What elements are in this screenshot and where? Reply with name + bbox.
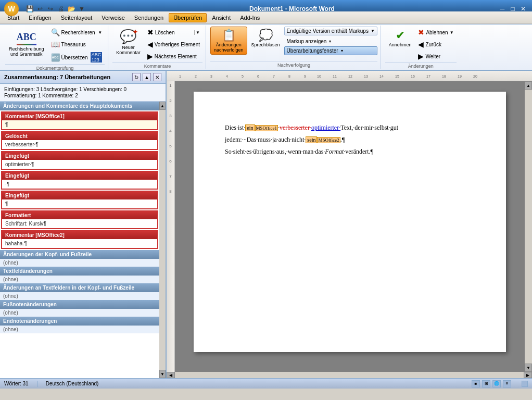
hscroll-right[interactable]: ▶ <box>524 372 532 378</box>
aenderungen-nachverfolgen-button[interactable]: 📋 Änderungennachverfolgen <box>210 27 247 55</box>
spellcheck-icon: ABC <box>17 29 36 45</box>
spellcheck-button[interactable]: ABC Rechtschreibungund Grammatik <box>5 27 48 59</box>
view-layout-button[interactable]: ⊞ <box>482 380 490 388</box>
view-normal-button[interactable]: ■ <box>472 380 480 388</box>
kommentar2-header[interactable]: Kommentar [MSOffice2] <box>2 231 157 239</box>
qa-dropdown[interactable]: ▼ <box>77 4 86 14</box>
svg-text:9: 9 <box>304 74 306 78</box>
doc-page[interactable]: Dies·ist·einMSOffice1·verbesserter·optim… <box>194 92 506 352</box>
recherchieren-button[interactable]: 🔍 Recherchieren ▼ <box>48 27 105 38</box>
markup-anzeigen-button[interactable]: Markup anzeigen ▾ <box>284 37 377 46</box>
vorheriges-button[interactable]: ◀ Vorheriges Element <box>145 39 202 50</box>
ribbon-group-dokumentpruefung: ABC Rechtschreibungund Grammatik 🔍 Reche… <box>2 26 108 69</box>
minimize-button[interactable]: ─ <box>498 4 507 14</box>
save-button[interactable]: 💾 <box>25 4 34 14</box>
review-panel-actions: ↻ ▲ ✕ <box>132 73 161 81</box>
recherchieren-menu[interactable]: ▼ <box>98 30 102 35</box>
annehmen-icon: ✔ <box>396 29 405 42</box>
eingefuegt3-body: ¶ <box>2 199 157 208</box>
doc-scroll-up[interactable]: ▲ <box>525 81 532 90</box>
scroll-down[interactable]: ▼ <box>159 370 166 378</box>
thesaurus-button[interactable]: 📖 Thesaurus <box>48 39 105 50</box>
doc-hscrollbar[interactable]: ◀ ▶ <box>167 372 532 378</box>
panel-close-button[interactable]: ✕ <box>153 73 161 81</box>
kommentar1-header[interactable]: Kommentar [MSOffice1] <box>2 113 157 120</box>
comment-ref-2-label: MSOffice2 <box>317 137 340 143</box>
scroll-up[interactable]: ▲ <box>159 102 166 110</box>
uebersetzen-button[interactable]: 🔤 Übersetzen ABC123 <box>48 51 105 64</box>
menu-sendungen[interactable]: Sendungen <box>130 14 168 22</box>
endnote-body: (ohne) <box>0 326 159 333</box>
review-item-kommentar1: Kommentar [MSOffice1] ¶ <box>1 111 158 130</box>
weiter-icon: ▶ <box>418 52 424 60</box>
annehmen-button[interactable]: ✔ Annehmen <box>385 27 415 49</box>
ueberarbeitungsfenster-arrow[interactable]: ▾ <box>341 48 343 53</box>
section-kopf-fusszeile: Änderungen der Kopf- und Fußzeile <box>0 250 159 259</box>
ablehnen-dropdown[interactable]: ▼ <box>450 30 454 35</box>
eingefuegt1-header[interactable]: Eingefügt <box>2 152 157 160</box>
sprechblasen-button[interactable]: 💭 Sprechblasen <box>248 27 284 49</box>
ablehnen-label: Ablehnen <box>426 30 448 35</box>
review-panel-title: Zusammenfassung: 7 Überarbeitungen <box>4 74 110 80</box>
ribbon-content: ABC Rechtschreibungund Grammatik 🔍 Reche… <box>0 24 532 70</box>
menu-seitenlayout[interactable]: Seitenlayout <box>57 14 97 22</box>
expand-button[interactable]: ▲ <box>143 73 151 81</box>
formatiert-header[interactable]: Formatiert <box>2 211 157 219</box>
view-web-button[interactable]: 🌐 <box>492 380 501 388</box>
new-comment-button[interactable]: 💬 ✦ NeuerKommentar <box>112 27 144 57</box>
status-end-button[interactable] <box>522 381 528 387</box>
doc-scroll-down[interactable]: ▼ <box>525 364 532 372</box>
menu-verweise[interactable]: Verweise <box>97 14 129 22</box>
review-scroll[interactable]: Änderungen und Kommentare des Hauptdokum… <box>0 102 159 378</box>
print-button[interactable]: 🖨 <box>56 4 66 14</box>
ablehnen-icon: ✖ <box>418 28 424 36</box>
menu-addins[interactable]: Add-Ins <box>236 14 264 22</box>
eingefuegt3-header[interactable]: Eingefügt <box>2 192 157 199</box>
naechstes-label: Nächstes Element <box>155 54 197 59</box>
loeschen-button[interactable]: ✖ Löschen ▼ <box>145 27 202 38</box>
open-button[interactable]: 📂 <box>67 4 76 14</box>
version-dropdown[interactable]: Endgültige Version enthält Markups ▼ <box>284 27 377 35</box>
hscroll-left[interactable]: ◀ <box>167 372 175 378</box>
menu-ueberpruefen[interactable]: Überprüfen <box>169 13 207 22</box>
ribbon-buttons-kommentare: 💬 ✦ NeuerKommentar ✖ Löschen ▼ ◀ Vorheri… <box>112 27 202 62</box>
weiter-aenderung-button[interactable]: ▶ Weiter <box>415 51 456 62</box>
markup-arrow[interactable]: ▾ <box>329 39 331 44</box>
text-jedem: jedem:···Das·muss·ja·auch·nicht· <box>225 136 306 143</box>
language-indicator[interactable]: Deutsch (Deutschland) <box>46 381 99 386</box>
comment-ref-1[interactable]: ein <box>245 124 255 131</box>
review-scrollbar[interactable]: ▲ ▼ <box>159 102 166 378</box>
doc-content-area[interactable]: Dies·ist·einMSOffice1·verbesserter·optim… <box>175 81 525 372</box>
view-outline-button[interactable]: ≡ <box>503 380 511 388</box>
section-textfeld: Textfeldänderungen <box>0 267 159 276</box>
redo-button[interactable]: ↪ <box>46 4 55 14</box>
close-button[interactable]: ✕ <box>518 4 528 14</box>
menu-start[interactable]: Start <box>3 14 23 22</box>
maximize-button[interactable]: □ <box>508 4 517 14</box>
eingefuegt2-header[interactable]: Eingefügt <box>2 172 157 180</box>
geloescht-header[interactable]: Gelöscht <box>2 132 157 140</box>
uebersetzen-icon: 🔤 <box>51 53 60 61</box>
loeschen-dropdown[interactable]: ▼ <box>194 30 200 35</box>
undo-button[interactable]: ↩ <box>35 4 45 14</box>
menu-einfuegen[interactable]: Einfügen <box>24 14 55 22</box>
review-item-kommentar2: Kommentar [MSOffice2] hahaha.¶ <box>1 230 158 249</box>
version-label: Endgültige Version enthält Markups <box>287 28 369 34</box>
ueberarbeitungsfenster-button[interactable]: Überarbeitungsfenster ▾ <box>284 46 377 55</box>
naechstes-button[interactable]: ▶ Nächstes Element <box>145 51 202 62</box>
ablehnen-button[interactable]: ✖ Ablehnen ▼ <box>415 27 456 38</box>
comment-ref-2[interactable]: sein <box>306 136 317 143</box>
menu-ansicht[interactable]: Ansicht <box>208 14 235 22</box>
zurueck-aenderung-button[interactable]: ◀ Zurück <box>415 39 456 50</box>
text-verbesserter: verbesserter· <box>280 124 311 131</box>
ruler-horizontal: 1 2 3 4 5 6 7 8 9 10 11 12 13 14 15 16 1 <box>167 71 532 81</box>
eingefuegt1-body: optimierter·¶ <box>2 160 157 169</box>
doc-vscrollbar[interactable]: ▲ ▼ <box>525 81 532 372</box>
refresh-button[interactable]: ↻ <box>132 73 141 81</box>
ruler-v-3: 3 <box>169 114 171 118</box>
text-so-sieht: So·sieht·es·übrigens·aus,·wenn·man·das· <box>225 148 325 155</box>
ueberarbeitungsfenster-label: Überarbeitungsfenster <box>287 48 338 54</box>
svg-text:17: 17 <box>426 74 430 78</box>
status-sep-1 <box>37 381 37 387</box>
version-arrow: ▼ <box>371 29 375 33</box>
